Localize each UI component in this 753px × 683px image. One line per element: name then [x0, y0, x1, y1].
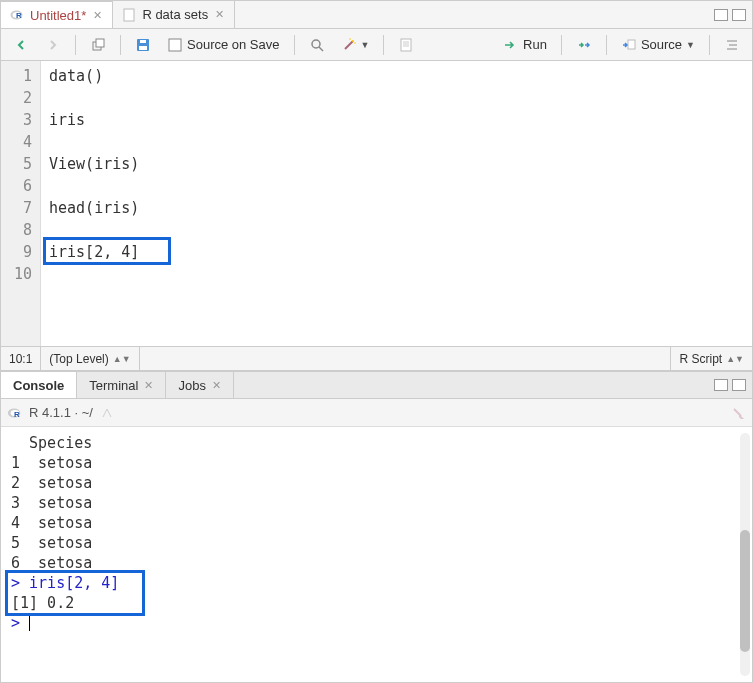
editor-tab[interactable]: R data sets✕ [113, 1, 235, 28]
svg-rect-16 [401, 39, 411, 51]
console-pane: ConsoleTerminal✕Jobs✕ R R 4.1.1 · ~/ Spe… [1, 371, 752, 682]
svg-rect-3 [124, 9, 134, 21]
wand-icon [341, 37, 357, 53]
svg-rect-8 [140, 40, 146, 43]
code-line[interactable] [49, 87, 744, 109]
lang-selector[interactable]: R Script ▲▼ [670, 347, 752, 370]
doc-icon [121, 7, 137, 23]
console-output-line: 4 setosa [11, 513, 742, 533]
editor-tab[interactable]: RUntitled1*✕ [1, 1, 113, 28]
svg-line-11 [319, 47, 323, 51]
highlight-box [43, 237, 171, 265]
minimize-pane-button[interactable] [714, 9, 728, 21]
nav-fwd-button[interactable] [39, 33, 67, 57]
popout-icon [90, 37, 106, 53]
editor-pane: RUntitled1*✕R data sets✕ Source on Save … [1, 1, 752, 371]
tab-label: Jobs [178, 378, 205, 393]
run-label: Run [523, 37, 547, 52]
tab-label: Console [13, 378, 64, 393]
cursor-position: 10:1 [1, 347, 41, 370]
console-tab[interactable]: Jobs✕ [166, 372, 233, 398]
console-output[interactable]: Species1 setosa2 setosa3 setosa4 setosa5… [1, 427, 752, 682]
close-icon[interactable]: ✕ [144, 379, 153, 392]
svg-line-12 [345, 41, 353, 49]
highlight-box [5, 570, 145, 616]
code-line[interactable] [49, 131, 744, 153]
console-output-line: 3 setosa [11, 493, 742, 513]
code-area[interactable]: data()irisView(iris)head(iris)iris[2, 4] [41, 61, 752, 346]
console-toolbar: R R 4.1.1 · ~/ [1, 399, 752, 427]
console-tab[interactable]: Terminal✕ [77, 372, 166, 398]
svg-text:R: R [14, 409, 20, 418]
console-header: R 4.1.1 · ~/ [29, 405, 93, 420]
rerun-icon [576, 37, 592, 53]
wand-button[interactable]: ▼ [335, 33, 376, 57]
tab-label: Terminal [89, 378, 138, 393]
notebook-icon [398, 37, 414, 53]
window-controls-bottom [714, 379, 752, 391]
editor-tabbar: RUntitled1*✕R data sets✕ [1, 1, 752, 29]
scope-selector[interactable]: (Top Level) ▲▼ [41, 347, 139, 370]
source-button[interactable]: Source ▼ [615, 33, 701, 57]
console-output-line: Species [11, 433, 742, 453]
checkbox-empty-icon [167, 37, 183, 53]
console-output-line: 2 setosa [11, 473, 742, 493]
close-icon[interactable]: ✕ [213, 8, 226, 21]
editor-toolbar: Source on Save ▼ Run Source ▼ [1, 29, 752, 61]
search-icon [309, 37, 325, 53]
console-output-line: 5 setosa [11, 533, 742, 553]
close-icon[interactable]: ✕ [212, 379, 221, 392]
outline-icon [724, 37, 740, 53]
svg-rect-9 [169, 39, 181, 51]
code-line[interactable]: data() [49, 65, 744, 87]
line-gutter: 12345678910 [1, 61, 41, 346]
arrow-left-icon [13, 37, 29, 53]
source-icon [621, 37, 637, 53]
share-icon[interactable] [99, 405, 115, 421]
console-output-line: 1 setosa [11, 453, 742, 473]
code-line[interactable]: head(iris) [49, 197, 744, 219]
report-button[interactable] [392, 33, 420, 57]
code-editor[interactable]: 12345678910 data()irisView(iris)head(iri… [1, 61, 752, 346]
rerun-button[interactable] [570, 33, 598, 57]
console-tab[interactable]: Console [1, 372, 77, 398]
svg-rect-7 [139, 46, 147, 50]
tab-label: R data sets [142, 7, 208, 22]
popout-button[interactable] [84, 33, 112, 57]
minimize-pane-button[interactable] [714, 379, 728, 391]
outline-button[interactable] [718, 33, 746, 57]
broom-icon[interactable] [730, 405, 746, 421]
tab-label: Untitled1* [30, 8, 86, 23]
svg-text:R: R [16, 11, 22, 20]
code-line[interactable] [49, 175, 744, 197]
run-icon [503, 37, 519, 53]
code-line[interactable] [49, 263, 744, 285]
maximize-pane-button[interactable] [732, 379, 746, 391]
r-logo-icon: R [7, 405, 23, 421]
editor-statusbar: 10:1 (Top Level) ▲▼ R Script ▲▼ [1, 346, 752, 370]
svg-rect-20 [628, 40, 635, 49]
maximize-pane-button[interactable] [732, 9, 746, 21]
save-button[interactable] [129, 33, 157, 57]
svg-point-13 [352, 40, 354, 42]
window-controls [714, 9, 752, 21]
find-button[interactable] [303, 33, 331, 57]
save-icon [135, 37, 151, 53]
source-on-save-toggle[interactable]: Source on Save [161, 33, 286, 57]
svg-point-14 [349, 38, 351, 40]
source-on-save-label: Source on Save [187, 37, 280, 52]
scrollbar[interactable] [740, 433, 750, 676]
console-input-line[interactable]: > [11, 613, 742, 633]
console-tabbar: ConsoleTerminal✕Jobs✕ [1, 371, 752, 399]
svg-rect-5 [96, 39, 104, 47]
r-logo-icon: R [9, 7, 25, 23]
arrow-right-icon [45, 37, 61, 53]
code-line[interactable]: View(iris) [49, 153, 744, 175]
svg-point-10 [312, 40, 320, 48]
run-button[interactable]: Run [497, 33, 553, 57]
code-line[interactable]: iris [49, 109, 744, 131]
svg-point-15 [354, 42, 356, 44]
source-label: Source [641, 37, 682, 52]
nav-back-button[interactable] [7, 33, 35, 57]
close-icon[interactable]: ✕ [91, 9, 104, 22]
